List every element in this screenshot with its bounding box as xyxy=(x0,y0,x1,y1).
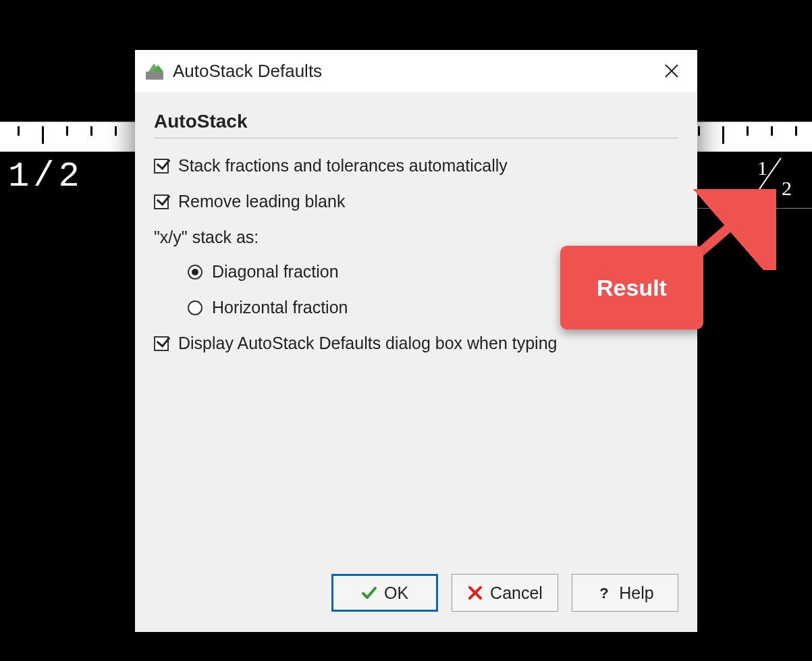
checkbox-remove-blank[interactable] xyxy=(154,194,169,209)
close-button[interactable] xyxy=(651,55,692,86)
fraction-denominator: 2 xyxy=(782,177,792,200)
svg-text:?: ? xyxy=(600,585,609,601)
check-icon xyxy=(361,585,377,601)
dialog-body: AutoStack Stack fractions and tolerances… xyxy=(135,92,697,574)
ok-button[interactable]: OK xyxy=(331,574,438,612)
background-divider xyxy=(697,208,812,209)
section-title: AutoStack xyxy=(154,111,678,138)
radio-label: Diagonal fraction xyxy=(212,262,339,282)
option-label: Stack fractions and tolerances automatic… xyxy=(178,156,508,176)
background-fraction-text: 1/2 xyxy=(8,157,84,196)
titlebar: AutoStack Defaults xyxy=(135,50,697,92)
dialog-footer: OK Cancel ? Help xyxy=(135,574,697,632)
help-button[interactable]: ? Help xyxy=(572,574,678,612)
option-stack-auto[interactable]: Stack fractions and tolerances automatic… xyxy=(154,156,678,176)
option-remove-blank[interactable]: Remove leading blank xyxy=(154,192,678,211)
radio-label: Horizontal fraction xyxy=(212,298,348,317)
stack-as-label: "x/y" stack as: xyxy=(154,228,678,247)
option-display-dialog[interactable]: Display AutoStack Defaults dialog box wh… xyxy=(154,334,678,353)
app-icon xyxy=(144,61,165,81)
cancel-button[interactable]: Cancel xyxy=(452,574,558,612)
button-label: Help xyxy=(619,583,653,603)
annotation-label: Result xyxy=(597,275,667,301)
close-icon xyxy=(664,63,679,78)
checkbox-stack-auto[interactable] xyxy=(154,159,169,174)
question-icon: ? xyxy=(596,585,612,601)
option-label: Display AutoStack Defaults dialog box wh… xyxy=(178,334,557,353)
radio-input-horizontal[interactable] xyxy=(188,300,202,315)
x-icon xyxy=(467,585,483,601)
annotation-callout: Result xyxy=(560,246,703,329)
svg-rect-1 xyxy=(146,72,163,80)
dialog-title: AutoStack Defaults xyxy=(173,61,651,82)
autostack-defaults-dialog: AutoStack Defaults AutoStack Stack fract… xyxy=(135,50,697,632)
button-label: Cancel xyxy=(490,583,543,603)
svg-line-7 xyxy=(695,204,756,257)
svg-line-0 xyxy=(759,158,781,189)
radio-input-diagonal[interactable] xyxy=(188,265,202,280)
button-label: OK xyxy=(384,583,408,603)
option-label: Remove leading blank xyxy=(178,192,345,211)
checkbox-display-dialog[interactable] xyxy=(154,336,169,351)
